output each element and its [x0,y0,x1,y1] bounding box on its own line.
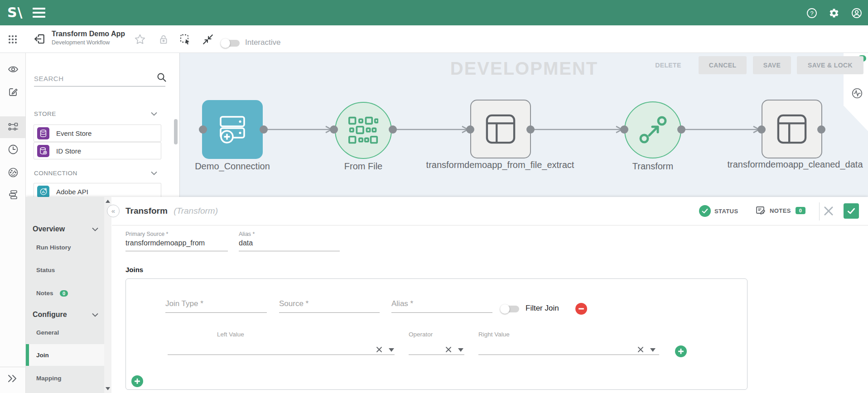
chevron-down-icon [92,227,98,231]
node-from-file-extract-dataset[interactable] [470,100,531,158]
stack-layers-icon[interactable] [8,189,19,200]
search-input[interactable] [34,73,165,86]
edge-connector [681,125,762,134]
component-event-store[interactable]: Event Store [34,125,161,142]
dropdown-caret-icon[interactable] [650,348,656,352]
port[interactable] [330,125,338,134]
header-divider [819,202,820,220]
join-type-field[interactable] [165,299,267,313]
search-icon[interactable] [156,72,167,83]
panel-title: Transform (Transform) [125,206,218,216]
scroll-down-icon[interactable] [106,387,110,390]
nav-item-join[interactable]: Join [26,348,104,362]
delete-button[interactable]: DELETE [650,56,687,74]
workflow-icon[interactable] [8,122,19,133]
close-icon[interactable] [822,205,835,217]
activity-pulse-icon[interactable] [851,87,863,99]
component-id-store[interactable]: ID Store [34,142,161,159]
left-value-field[interactable] [168,355,395,355]
node-from-file[interactable] [335,102,392,159]
edit-icon[interactable] [8,86,19,97]
connection-chevron-icon[interactable] [151,171,157,175]
dropdown-caret-icon[interactable] [389,348,394,352]
lock-icon[interactable] [158,34,169,45]
node-cleaned-data-dataset[interactable] [762,100,822,158]
brand-logo[interactable]: S\ [7,5,23,20]
join-alias-field[interactable] [391,299,492,313]
port[interactable] [199,125,207,134]
status-button[interactable]: STATUS [699,205,738,217]
add-condition-button[interactable] [675,345,687,357]
nav-group-configure[interactable]: Configure [26,308,104,321]
store-section-header[interactable]: STORE [34,110,56,117]
alias-field[interactable] [239,239,340,251]
right-value-field[interactable] [478,355,659,355]
back-to-apps-icon[interactable] [34,33,45,45]
port[interactable] [757,125,766,134]
panel-title-type: (Transform) [174,206,218,216]
app-root: S\ ? Transform Demo App Development Work… [0,0,868,393]
nav-group-overview[interactable]: Overview [26,222,104,236]
help-icon[interactable]: ? [806,8,817,19]
add-join-button[interactable] [131,375,143,387]
primary-source-field[interactable] [125,239,228,251]
nav-item-general[interactable]: General [26,326,104,339]
nav-item-notes[interactable]: Notes 0 [26,286,104,300]
chevron-down-icon [92,313,98,317]
port[interactable] [466,125,474,134]
nav-item-run-history[interactable]: Run History [26,240,104,254]
dashboard-gauge-icon[interactable] [8,167,19,178]
operator-field[interactable] [409,355,464,355]
nav-scrollbar[interactable] [104,197,111,393]
save-button[interactable]: SAVE [753,56,791,74]
nav-item-mapping[interactable]: Mapping [26,371,104,385]
panel-title-text: Transform [125,206,168,216]
connection-section-header[interactable]: CONNECTION [34,170,77,177]
clear-icon[interactable] [445,346,452,353]
operator-label: Operator [409,331,433,338]
store-chevron-icon[interactable] [151,112,157,116]
workflow-canvas[interactable]: DEVELOPMENT Demo_Connection [180,53,868,197]
dataset-node-icon [486,114,516,144]
hamburger-menu-icon[interactable] [33,8,45,18]
node-label: Demo_Connection [195,161,270,172]
account-icon[interactable] [851,8,862,19]
collapse-view-icon[interactable] [202,34,214,45]
save-and-lock-button[interactable]: SAVE & LOCK [797,56,863,74]
dropdown-caret-icon[interactable] [458,348,463,352]
scroll-up-icon[interactable] [106,200,110,203]
clear-icon[interactable] [376,346,382,353]
marquee-select-icon[interactable] [179,34,191,45]
panel-scrollbar-thumb[interactable] [174,119,178,144]
connection-node-icon [215,113,250,146]
port[interactable] [620,125,628,134]
gear-icon[interactable] [829,8,839,19]
notes-button[interactable]: NOTES 0 [755,205,805,216]
cancel-button[interactable]: CANCEL [699,56,747,74]
primary-source-label: Primary Source * [125,231,168,237]
history-clock-icon[interactable] [8,144,19,155]
filter-join-label: Filter Join [526,304,559,313]
port[interactable] [260,125,268,134]
expand-rail-icon[interactable] [7,373,18,384]
confirm-button[interactable] [844,203,859,219]
panel-collapse-button[interactable]: « [107,205,120,217]
clear-icon[interactable] [637,346,644,353]
filter-join-toggle[interactable] [501,306,519,312]
port[interactable] [677,125,685,134]
nav-item-status[interactable]: Status [26,263,104,277]
workflow-title-block: Transform Demo App Development Workflow [52,30,125,46]
port[interactable] [817,125,825,134]
node-demo-connection[interactable] [202,100,263,159]
apps-grid-icon[interactable] [8,34,18,44]
preview-eye-icon[interactable] [8,64,19,75]
join-source-field[interactable] [279,299,380,313]
remove-join-button[interactable] [575,303,587,315]
interactive-toggle[interactable] [222,40,240,47]
notes-count-badge: 0 [796,207,805,214]
node-transform[interactable] [624,101,681,158]
joins-box: Filter Join Left Value Operator Right Va… [125,278,747,390]
favorite-star-icon[interactable] [134,34,146,45]
port[interactable] [389,125,397,134]
port[interactable] [526,125,535,134]
